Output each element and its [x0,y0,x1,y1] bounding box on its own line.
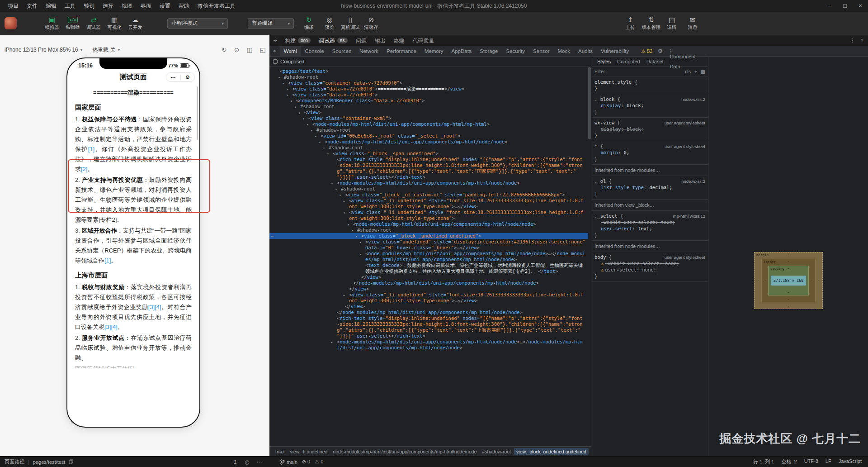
expand-arrow-icon[interactable]: ▸ [359,239,362,245]
tree-node[interactable]: ▸<view class="_li undefined" style="font… [269,292,588,304]
indent-setting[interactable]: 空格: 2 [781,458,797,465]
tree-node[interactable]: ▸<node-modules/mp-html/dist/uni-app/comp… [269,339,588,351]
box-model-diagram[interactable]: margin - - border - - padding [754,252,823,309]
tree-node[interactable]: ▸<view class="_li undefined" style="font… [269,198,588,210]
menu-item-视图[interactable]: 视图 [118,0,137,12]
tab-dataset[interactable]: Dataset [644,57,666,67]
version-manage-button[interactable]: ⇅版本管理 [641,12,661,35]
menu-item-编辑[interactable]: 编辑 [42,0,61,12]
upload-button[interactable]: ↥上传 [620,12,641,35]
style-rule[interactable]: element.style {} [592,77,708,94]
composed-checkbox[interactable] [273,59,278,64]
devtools-tab-sensor[interactable]: Sensor [529,46,553,56]
menu-item-界面[interactable]: 界面 [137,0,156,12]
tree-node[interactable]: ▾<node-modules/mp-html/dist/uni-app/comp… [269,221,588,227]
tree-node[interactable]: ▾<components/MdRender class="data-v-727d… [269,98,588,104]
devtools-tab-vulnerability[interactable]: Vulnerability [597,46,633,56]
more-menu-icon[interactable]: ••• [166,72,180,82]
copy-icon[interactable] [69,459,73,464]
tree-node[interactable]: ▾<view class="_block _span undefined"> [269,151,588,157]
collapse-arrow-icon[interactable]: ▾ [343,210,345,216]
more-vert-icon[interactable]: ⋮ [850,38,855,43]
grid-icon[interactable]: ▦ [701,69,705,74]
tree-node[interactable]: </node-modules/mp-html/dist/uni-app/comp… [269,280,588,286]
tree-node[interactable]: ▸<view class="undefined" style="display:… [269,239,588,251]
encoding-setting[interactable]: UTF-8 [804,458,818,465]
tree-node[interactable]: <rich-text style="display:inline;undefin… [269,157,588,180]
devtools-tab-mock[interactable]: Mock [554,46,574,56]
stylesheet-link[interactable]: node.wxss:2 [681,178,705,185]
tree-node[interactable]: </view> [269,274,588,280]
tree-node[interactable]: ▾#shadow-root [269,186,588,192]
cloud-dev-button[interactable]: ☁云开发 [125,12,146,35]
style-rule[interactable]: wx-view {user agent stylesheetdisplay: b… [592,118,708,141]
tree-node[interactable]: <text decode>：鼓励外资投向高新技术、绿色产业等领域，对利润再投资人… [269,262,588,274]
refresh-icon[interactable]: ↻ [222,46,227,53]
tree-node[interactable]: <rich-text style="display:inline;undefin… [269,315,588,339]
clear-cache-button[interactable]: ⊘清缓存 [361,12,382,35]
devtools-tab-storage[interactable]: Storage [476,46,502,56]
filter-input[interactable]: Filter [594,69,605,74]
css-property[interactable]: -webkit-user-select: text; [594,219,705,225]
menu-item-选择[interactable]: 选择 [99,0,118,12]
simulator-button[interactable]: ▣模拟器 [42,12,62,35]
tree-node[interactable]: ⋯▾<view class="_block _undefined undefin… [269,233,588,239]
devtools-tab-appdata[interactable]: AppData [447,46,476,56]
mode-select[interactable]: 小程序模式 ▾ [167,18,228,29]
tree-node[interactable]: ▾<node-modules/mp-html/dist/uni-app/comp… [269,180,588,186]
remote-debug-button[interactable]: ▯真机调试 [340,12,361,35]
panel-tab-代码质量[interactable]: 代码质量 [409,35,439,46]
language-mode[interactable]: JavaScript [839,458,862,465]
devtools-tab-wxml[interactable]: Wxml [280,46,301,56]
close-icon[interactable]: × [853,0,868,12]
panel-tab-构建[interactable]: 构建300 [281,35,315,46]
style-rule[interactable]: * {user agent stylesheetmargin: 0;} [592,141,708,165]
tab-styles[interactable]: Styles [594,57,613,67]
expand-arrow-icon[interactable]: ▸ [343,292,345,298]
menu-item-转到[interactable]: 转到 [80,0,99,12]
menu-item-设置[interactable]: 设置 [156,0,175,12]
compile-button[interactable]: ↻编译 [298,12,319,35]
citation-link[interactable]: [3][4] [104,324,118,330]
cursor-position[interactable]: 行 1, 列 1 [753,458,774,465]
close-icon[interactable]: × [861,38,863,43]
expand-arrow-icon[interactable]: ▸ [331,339,333,345]
devtools-tab-performance[interactable]: Performance [382,46,420,56]
tree-node[interactable]: ▾<view> [269,110,588,115]
css-property[interactable]: ⚠-webkit-user-select: none; [594,260,705,267]
cls-toggle[interactable]: .cls [684,69,691,74]
eol-setting[interactable]: LF [826,458,831,465]
expand-arrow-icon[interactable]: ▸ [343,198,345,204]
message-button[interactable]: ✉消息 [682,12,703,35]
page-path-label[interactable]: 页面路径 [5,458,24,465]
tab-computed[interactable]: Computed [614,57,643,67]
hot-reload-toggle[interactable]: 热重载 关 ▾ [92,46,120,54]
breadcrumb-item[interactable]: m-ol [273,448,287,455]
share-icon[interactable]: ↥ [233,459,237,465]
device-icon[interactable]: ◫ [247,46,253,53]
panel-tab-输出[interactable]: 输出 [371,35,390,46]
more-horiz-icon[interactable]: ⋯ [257,459,262,465]
css-property[interactable]: display: block; [594,126,705,132]
devtools-tab-console[interactable]: Console [301,46,328,56]
row-actions-icon[interactable]: ⋯ [271,233,274,239]
tree-node[interactable]: ▾#shadow-root [269,104,588,110]
panel-tab-调试器[interactable]: 调试器53 [315,35,352,46]
inspect-element-icon[interactable]: ⌖ [269,48,280,54]
stylesheet-link[interactable]: user agent stylesheet [665,143,705,150]
multi-window-icon[interactable]: ◱ [260,46,266,53]
compile-mode-select[interactable]: 普通编译 ▾ [248,18,294,29]
tree-node[interactable]: ▾#shadow-root [269,145,588,151]
panel-tab-问题[interactable]: 问题 [352,35,371,46]
breadcrumb-item[interactable]: node-modules/mp-html/dist/uni-app/compon… [330,448,479,455]
menu-item-工具[interactable]: 工具 [61,0,80,12]
user-avatar[interactable] [5,17,17,29]
stylesheet-link[interactable]: mp-html.wxss:12 [673,213,705,219]
warning-count-badge[interactable]: ⚠ 53 [641,48,652,54]
devtools-tab-sources[interactable]: Sources [328,46,355,56]
devtools-tab-memory[interactable]: Memory [420,46,448,56]
tree-node[interactable]: ▾<view class="_li undefined" style="font… [269,210,588,221]
device-select[interactable]: iPhone 12/13 Pro Max 85% 16 ▾ [5,47,82,53]
stylesheet-link[interactable]: user agent stylesheet [665,254,705,261]
details-button[interactable]: ▤详情 [661,12,682,35]
